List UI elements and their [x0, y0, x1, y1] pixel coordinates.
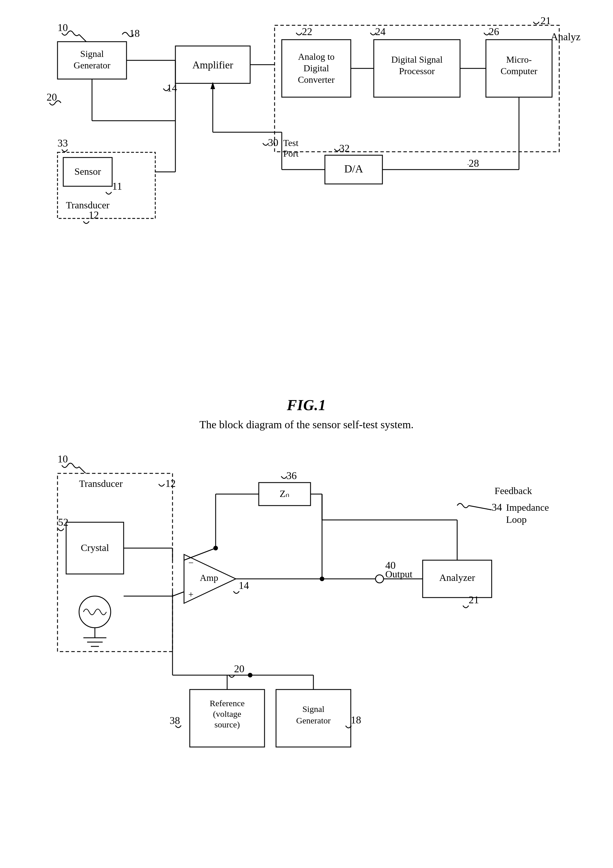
line-10-fig1: [79, 34, 86, 42]
sig-gen-label1-fig2: Signal: [303, 704, 324, 714]
ref-20-fig2: 20: [234, 663, 244, 674]
squiggle-21-fig2: [463, 606, 469, 608]
ref-21-fig1: 21: [540, 17, 551, 26]
line-10-fig2: [79, 467, 86, 473]
micro-label2: Computer: [501, 66, 537, 76]
impedance-label1: Impedance: [506, 502, 549, 513]
transducer-label: Transducer: [66, 200, 110, 211]
micro-label1: Micro-: [506, 54, 532, 65]
ref-21-fig2: 21: [469, 594, 479, 606]
ref-18-fig2: 18: [351, 714, 361, 726]
signal-generator-label1: Signal: [80, 48, 104, 59]
adc-label2: Digital: [304, 63, 329, 73]
ref-36-fig2: 36: [286, 470, 297, 481]
squiggle-33-fig1: [62, 149, 68, 152]
ref-40-fig2: 40: [385, 560, 396, 571]
sig-gen-label2-fig2: Generator: [296, 716, 331, 725]
page: 10 Signal Generator 18 20 Amplifier: [0, 0, 613, 868]
ref-22-fig1: 22: [302, 26, 312, 37]
ref-26-fig1: 26: [489, 26, 499, 37]
ref-10-fig1: 10: [57, 22, 68, 33]
ref-11-fig1: 11: [112, 180, 122, 192]
da-label: D/A: [344, 163, 363, 175]
fig1-caption: The block diagram of the sensor self-tes…: [34, 418, 579, 431]
analyzer-label-fig1: Analyzer: [551, 31, 581, 43]
line-feedback: [469, 505, 492, 510]
ref-32-fig1: 32: [339, 143, 350, 154]
transducer-label-fig2: Transducer: [79, 478, 123, 489]
fig1-diagram: 10 Signal Generator 18 20 Amplifier: [34, 17, 579, 385]
ref-34-fig2: 34: [492, 502, 502, 513]
ref-24-fig1: 24: [375, 26, 386, 37]
fig2-diagram: 10 Transducer 12 Crystal 52: [34, 448, 579, 868]
ref-52-fig2: 52: [58, 516, 68, 528]
adc-label3: Converter: [298, 74, 335, 85]
ref-source-label3: source): [214, 720, 240, 730]
ref-source-label1: Reference: [210, 698, 245, 708]
squiggle-21-fig1: [533, 22, 539, 24]
test-port-label1: Test: [283, 138, 298, 148]
ref-33-fig1: 33: [57, 137, 68, 149]
squiggle-14-fig2: [233, 591, 239, 594]
ref-14-fig2: 14: [239, 580, 249, 591]
ref-18-fig1: 18: [129, 28, 140, 39]
ref-12-fig2: 12: [165, 478, 176, 489]
ref-38-fig2: 38: [170, 715, 180, 726]
feedback-label: Feedback: [495, 485, 532, 496]
dsp-label2: Processor: [399, 66, 435, 76]
squiggle-12-fig1: [83, 221, 89, 223]
test-port-label2: Port: [283, 148, 298, 159]
amplifier-label: Amplifier: [192, 59, 233, 71]
amp-minus: −: [188, 558, 194, 568]
dot-28: .: [467, 159, 469, 166]
squiggle-30-fig1: [263, 143, 268, 146]
output-circle: [376, 575, 383, 583]
signal-generator-label2: Generator: [74, 60, 110, 70]
ref-30-fig1: 30: [268, 137, 278, 148]
analyzer-label-fig2: Analyzer: [439, 572, 475, 583]
ref-20-fig1: 20: [47, 91, 57, 103]
line-to-amp-plus: [172, 592, 184, 596]
crystal-label: Crystal: [81, 542, 109, 553]
ref-12-fig1: 12: [88, 209, 99, 221]
ref-10-fig2: 10: [57, 453, 68, 465]
ref-source-label2: (voltage: [213, 709, 241, 719]
sensor-label: Sensor: [74, 166, 101, 177]
zf-label: Zₙ: [280, 488, 290, 499]
line-to-amp-minus: [184, 548, 216, 560]
impedance-label2: Loop: [506, 514, 527, 525]
squiggle-36-fig2: [281, 476, 287, 479]
dsp-label1: Digital Signal: [391, 54, 443, 65]
amp-label: Amp: [200, 572, 218, 583]
amp-plus: +: [188, 589, 194, 600]
ref-28-fig1: 28: [469, 158, 479, 169]
squiggle-feedback: [457, 504, 469, 508]
fig1-label: FIG.1: [34, 397, 579, 414]
adc-label1: Analog to: [298, 51, 334, 62]
